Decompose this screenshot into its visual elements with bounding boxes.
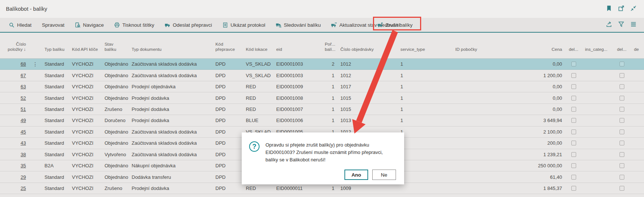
cell-typ[interactable]: Standard [42,73,69,78]
checkbox[interactable] [571,163,576,168]
cell-typ[interactable]: Standard [42,95,69,101]
cell-prepravce[interactable]: DPD [212,174,243,180]
cell-cena[interactable]: 250 000,00 [518,163,565,168]
column-header-eid[interactable]: eid [273,47,322,58]
cell-por[interactable]: 1 [322,185,337,191]
cell-prepravce[interactable]: DPD [212,163,243,168]
cell-typdok[interactable]: Zaúčtovaná skladová dodávka [129,152,212,157]
cell-lokace[interactable]: RED [243,106,273,112]
column-header-por[interactable]: Poř... balí... [322,42,337,58]
column-header-del2[interactable]: del... [612,47,631,58]
checkbox[interactable] [620,152,624,157]
cell-cislo[interactable]: 25 [0,185,29,191]
table-row[interactable]: 25StandardVYCHOZIZrušenoProdejní dodávka… [0,183,644,194]
cell-obj[interactable]: 1009 [337,185,397,191]
table-row[interactable]: 52StandardVYCHOZIObjednánoProdejní dodáv… [0,92,644,104]
cell-typdok[interactable]: Zaúčtovaná skladová dodávka [129,129,212,135]
cell-lokace[interactable]: RED [243,185,273,191]
cell-stav[interactable]: Objednáno [102,61,129,67]
cell-api[interactable]: VYCHOZI [69,174,102,180]
cell-prepravce[interactable]: DPD [212,106,243,112]
cell-cislo[interactable]: 52 [0,95,29,101]
cell-api[interactable]: VYCHOZI [69,95,102,101]
cell-stav[interactable]: Objednáno [102,174,129,180]
cell-api[interactable]: VYCHOZI [69,140,102,146]
cell-typdok[interactable]: Prodejní dodávka [129,95,212,101]
toolbar-action-odeslat-prepravci[interactable]: Odeslat přepravci [165,22,212,28]
cell-prepravce[interactable]: DPD [212,61,243,67]
cell-typdok[interactable]: Prodejní dodávka [129,118,212,123]
cell-prepravce[interactable]: DPD [212,73,243,78]
table-row[interactable]: 68⋮StandardVYCHOZIObjednánoZaúčtovaná sk… [0,59,644,70]
cell-obj[interactable]: 1012 [337,61,397,67]
ano-button[interactable]: Ano [344,170,368,180]
cell-cena[interactable]: 0,00 [518,84,565,89]
checkbox[interactable] [620,163,624,168]
collapse-icon[interactable] [630,5,637,13]
column-header-del1[interactable]: del... [565,47,582,58]
cell-api[interactable]: VYCHOZI [69,185,102,191]
cell-stav[interactable]: Objednáno [102,163,129,168]
checkbox[interactable] [571,175,576,180]
cell-lokace[interactable]: RED [243,84,273,89]
cell-service[interactable]: 1 [397,84,452,89]
column-header-api[interactable]: Kód API klíče [69,47,102,58]
cell-api[interactable]: VYCHOZI [69,84,102,89]
checkbox[interactable] [571,129,576,134]
cell-api[interactable]: VYCHOZI [69,106,102,112]
checkbox[interactable] [571,118,576,123]
cell-typ[interactable]: B2A [42,163,69,168]
cell-stav[interactable]: Objednáno [102,140,129,146]
cell-cislo[interactable]: 51 [0,106,29,112]
checkbox[interactable] [620,62,624,66]
checkbox[interactable] [571,84,576,89]
cell-stav[interactable]: Doručeno [102,118,129,123]
checkbox[interactable] [620,186,624,191]
cell-stav[interactable]: Vytvořeno [102,152,129,157]
column-header-cislo[interactable]: Číslo položky ↓ [0,42,29,58]
cell-api[interactable]: VYCHOZI [69,152,102,157]
cell-cislo[interactable]: 49 [0,118,29,123]
cell-cislo[interactable]: 67 [0,73,29,78]
cell-api[interactable]: VYCHOZI [69,129,102,135]
cell-lokace[interactable]: RED [243,95,273,101]
table-row[interactable]: 51StandardVYCHOZIZrušenoProdejní dodávka… [0,104,644,115]
cell-prepravce[interactable]: DPD [212,140,243,146]
cell-typdok[interactable]: Zaúčtovaná skladová dodávka [129,61,212,67]
cell-cena[interactable]: 0,00 [518,61,565,67]
cell-prepravce[interactable]: DPD [212,129,243,135]
cell-stav[interactable]: Objednáno [102,73,129,78]
cell-service[interactable]: 1 [397,129,452,135]
cell-cena[interactable]: 1 845,37 [518,185,565,191]
checkbox[interactable] [571,186,576,191]
column-header-lokace[interactable]: Kód lokace [243,47,273,58]
toolbar-action-navigace[interactable]: Navigace [75,22,104,28]
cell-lokace[interactable]: VS_SKLAD [243,73,273,78]
column-header-pobocka[interactable]: ID pobočky [452,47,518,58]
cell-lokace[interactable]: BLUE [243,118,273,123]
share-icon[interactable] [606,21,612,29]
checkbox[interactable] [571,152,576,157]
cell-cislo[interactable]: 38 [0,152,29,157]
column-header-obj[interactable]: Číslo objednávky [337,47,397,58]
cell-stav[interactable]: Zrušeno [102,185,129,191]
cell-cislo[interactable]: 63 [0,84,29,89]
checkbox[interactable] [620,175,624,180]
cell-stav[interactable]: Objednáno [102,129,129,135]
column-header-prepravce[interactable]: Kód přepravce [212,42,243,58]
ne-button[interactable]: Ne [372,170,396,180]
cell-typ[interactable]: Standard [42,140,69,146]
cell-typ[interactable]: Standard [42,118,69,123]
cell-typdok[interactable]: Prodejní objednávka [129,84,212,89]
checkbox[interactable] [620,141,624,145]
cell-eid[interactable]: EID0001006 [273,118,322,123]
toolbar-action-tisknout-stitky[interactable]: Tisknout štítky [114,22,154,28]
cell-typ[interactable]: Standard [42,129,69,135]
cell-stav[interactable]: Zrušeno [102,106,129,112]
cell-stav[interactable]: Objednáno [102,84,129,89]
checkbox[interactable] [571,62,576,66]
toolbar-action-hledat[interactable]: Hledat [9,22,32,28]
filter-icon[interactable] [618,21,624,29]
cell-eid[interactable]: EID0001003 [273,61,322,67]
cell-typdok[interactable]: Prodejní dodávka [129,106,212,112]
